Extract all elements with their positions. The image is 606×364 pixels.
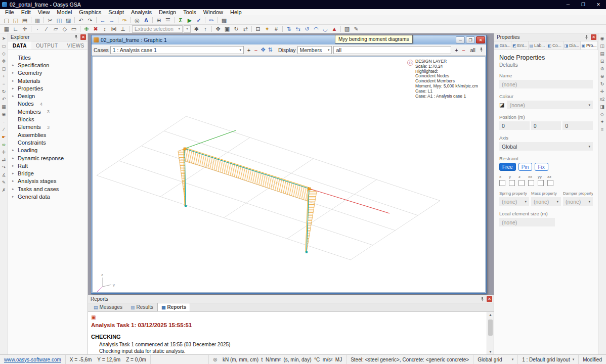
flip-icon[interactable]: ↕ — [100, 25, 109, 33]
move-tool-icon[interactable]: ✛ — [1, 148, 8, 156]
annotate-icon[interactable]: ✎ — [352, 25, 361, 33]
colour-select[interactable]: (none) ▾ — [507, 101, 593, 109]
connect-icon[interactable]: ∞ — [1, 141, 8, 148]
restraint-pin-button[interactable]: Pin — [518, 163, 532, 171]
explorer-tab-output[interactable]: OUTPUT — [31, 41, 63, 50]
name-input[interactable] — [499, 80, 593, 88]
menu-design[interactable]: Design — [155, 9, 180, 16]
menu-edit[interactable]: Edit — [18, 9, 34, 16]
table-view-icon[interactable]: ⊞ — [154, 17, 163, 24]
axis-select[interactable]: Global ▾ — [499, 142, 593, 151]
wizard-icon[interactable]: ✑ — [120, 17, 129, 24]
restraint-x-checkbox[interactable] — [499, 180, 505, 186]
snap-icon[interactable]: ◉ — [1, 110, 8, 118]
grid-layout-select[interactable]: 1 : Default grid layout ▾ — [518, 355, 579, 364]
sum-icon[interactable]: Σ — [176, 17, 185, 24]
grid-select[interactable]: Global grid ▾ — [473, 355, 518, 364]
separator[interactable] — [129, 17, 133, 24]
menu-model[interactable]: Model — [53, 9, 75, 16]
graphic-minimize-button[interactable]: ─ — [456, 36, 465, 43]
menu-file[interactable]: File — [2, 9, 18, 16]
draw-node-icon[interactable]: ∙ — [1, 118, 8, 125]
measure-icon[interactable]: ∡ — [1, 171, 8, 178]
tree-item-bridge[interactable]: ▸ Bridge — [8, 169, 88, 177]
select-polygon-icon[interactable]: ◇ — [1, 50, 8, 57]
close-button[interactable]: ✕ — [591, 0, 606, 9]
restraint-y-checkbox[interactable] — [509, 180, 515, 186]
move-icon[interactable]: ✥ — [213, 25, 223, 33]
tree-item-materials[interactable]: ▸ Materials — [8, 77, 88, 84]
separator[interactable] — [210, 25, 213, 33]
label-icon[interactable]: # — [272, 25, 281, 33]
explorer-tab-data[interactable]: DATA — [8, 41, 31, 50]
explorer-tab-views[interactable]: VIEWS — [62, 41, 89, 50]
tree-item-elements[interactable]: Elements 3 — [8, 123, 88, 131]
axial-force-icon[interactable]: ⇅ — [284, 25, 293, 33]
separator[interactable] — [339, 25, 342, 33]
forward-view-icon[interactable]: → — [107, 17, 116, 24]
separator[interactable] — [203, 17, 207, 24]
tree-item-blocks[interactable]: Blocks — [8, 115, 88, 123]
copy-entities-icon[interactable]: ▣ — [223, 25, 232, 33]
reports-scrollbar[interactable]: ▲ ▼ — [487, 312, 494, 354]
colour-swatch-icon[interactable]: ◪ — [499, 102, 504, 108]
local-element-size-input[interactable] — [499, 218, 555, 226]
separator[interactable] — [78, 25, 82, 33]
tree-item-nodes[interactable]: Nodes 4 — [8, 100, 88, 108]
sculpt-pencil-icon[interactable]: ✏ — [207, 17, 216, 24]
position-x-input[interactable] — [499, 121, 530, 130]
join-icon[interactable]: ⋈ — [109, 25, 118, 33]
select-areas-icon[interactable]: ◇ — [60, 25, 69, 33]
case-select[interactable]: 1 : Analysis case 1 ▾ — [110, 46, 244, 54]
restraint-zz-checkbox[interactable] — [547, 180, 553, 186]
reorder-cases-button[interactable]: ⇅ — [267, 46, 274, 54]
split-icon[interactable]: ⊥ — [118, 25, 127, 33]
shrink-icon[interactable]: ⊟ — [253, 25, 263, 33]
select-members-icon[interactable]: ▱ — [51, 25, 60, 33]
reports-close-button[interactable]: ✕ — [487, 296, 492, 302]
reports-tab-messages[interactable]: ▤ Messages — [90, 303, 126, 311]
menu-help[interactable]: Help — [227, 9, 245, 16]
tree-item-properties[interactable]: ▸ Properties — [8, 84, 88, 92]
delete-case-button[interactable]: − — [252, 46, 259, 54]
display-select[interactable]: Members ▾ — [297, 46, 332, 54]
extrude-selection-combo[interactable]: Extrude selection ▾ — [132, 25, 183, 33]
settings-icon[interactable]: ≡ — [599, 125, 606, 133]
list-view-icon[interactable]: ☰ — [163, 17, 172, 24]
restraint-xx-checkbox[interactable] — [528, 180, 534, 186]
axes-icon[interactable]: ✛ — [599, 87, 606, 95]
scroll-down-icon[interactable]: ▼ — [489, 350, 492, 353]
pan-view-icon[interactable]: ✥ — [1, 57, 8, 65]
props-tab-contours[interactable]: ◧ Co... — [546, 41, 564, 50]
props-tab-graphic[interactable]: ▦ Gra... — [494, 41, 511, 50]
tree-item-geometry[interactable]: ▸ Geometry — [8, 69, 88, 77]
extrude-apply-icon[interactable]: ↑ — [201, 25, 210, 33]
separator[interactable] — [73, 17, 76, 24]
entity-list-input[interactable] — [333, 46, 451, 54]
rotate-icon[interactable]: ↻ — [232, 25, 241, 33]
props-tab-diagrams[interactable]: ◨ Dia... — [564, 41, 581, 50]
restraint-yy-checkbox[interactable] — [538, 180, 544, 186]
displacement-icon[interactable]: ◡ — [321, 25, 330, 33]
adornment-all-label[interactable]: all — [470, 47, 475, 53]
separator[interactable] — [29, 25, 33, 33]
tree-item-general-data[interactable]: ▸ General data — [8, 193, 88, 200]
menu-view[interactable]: View — [34, 9, 54, 16]
restraint-free-button[interactable]: Free — [499, 163, 516, 171]
separator[interactable] — [281, 25, 284, 33]
find-icon[interactable]: ◎ — [133, 17, 142, 24]
sculpt-hand-icon[interactable]: ☛ — [1, 133, 8, 141]
tree-item-tasks-and-cases[interactable]: ▸ Tasks and cases — [8, 185, 88, 193]
tree-item-loading[interactable]: ▸ Loading — [8, 147, 88, 154]
graphic-restore-button[interactable]: ❐ — [466, 36, 475, 43]
print-graphic-icon[interactable]: ▤ — [599, 50, 606, 57]
tree-item-assemblies[interactable]: Assemblies — [8, 131, 88, 139]
design-check-icon[interactable]: ✓ — [194, 17, 203, 24]
reactions-icon[interactable]: ▲ — [330, 25, 339, 33]
rotate-view-icon[interactable]: ↻ — [1, 87, 8, 95]
position-y-input[interactable] — [531, 121, 561, 130]
back-view-icon[interactable]: ← — [98, 17, 107, 24]
modify-icon[interactable]: ✎ — [1, 178, 8, 186]
torsion-icon[interactable]: ↺ — [302, 25, 312, 33]
spring-property-select[interactable]: (none) ▾ — [499, 197, 529, 206]
